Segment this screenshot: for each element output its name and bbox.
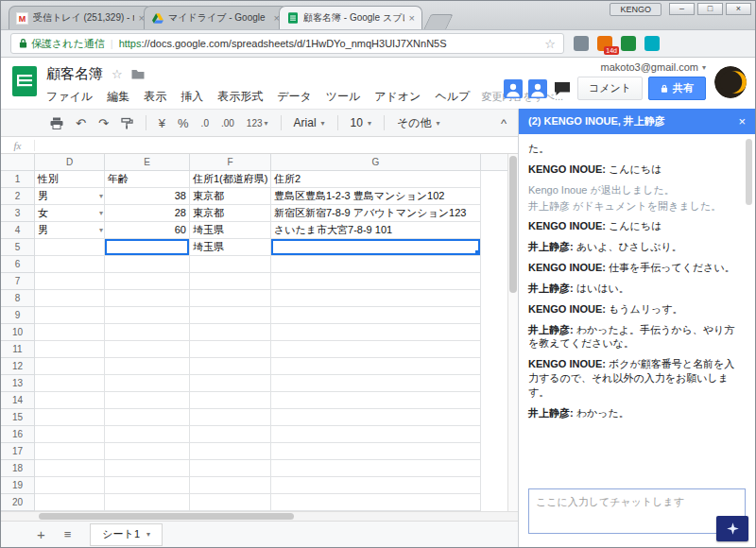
cell-D3[interactable]: 女▾ [35, 205, 105, 222]
cell-D13[interactable] [35, 375, 105, 392]
row-header-7[interactable]: 7 [1, 273, 35, 290]
cell-D17[interactable] [35, 443, 105, 460]
cell-D12[interactable] [35, 358, 105, 375]
address-bar[interactable]: 保護された通信 | https://docs.google.com/spread… [10, 33, 564, 54]
cell-G17[interactable] [271, 443, 481, 460]
comments-button[interactable]: コメント [577, 77, 643, 100]
cell-F15[interactable] [190, 409, 271, 426]
cell-F13[interactable] [190, 375, 271, 392]
explore-button[interactable] [716, 516, 748, 541]
row-header-15[interactable]: 15 [1, 409, 35, 426]
paint-format-button[interactable] [121, 117, 133, 129]
extension-icon-3[interactable] [621, 36, 636, 51]
cell-F19[interactable] [190, 477, 271, 494]
chat-scrollbar[interactable] [746, 139, 752, 205]
vertical-scroll-thumb[interactable] [509, 156, 517, 293]
document-title[interactable]: 顧客名簿 [46, 65, 103, 83]
cell-F16[interactable] [190, 426, 271, 443]
row-header-10[interactable]: 10 [1, 324, 35, 341]
sheet-tab[interactable]: シート1▾ [90, 523, 163, 546]
cell-F20[interactable] [190, 494, 271, 511]
cell-F9[interactable] [190, 307, 271, 324]
tab-close-icon[interactable]: × [409, 12, 415, 24]
cell-F3[interactable]: 東京都 [190, 205, 271, 222]
cell-G11[interactable] [271, 341, 481, 358]
collapse-toolbar-button[interactable]: ^ [501, 116, 507, 130]
cell-G16[interactable] [271, 426, 481, 443]
cell-E11[interactable] [105, 341, 190, 358]
column-header-F[interactable]: F [190, 154, 271, 171]
row-header-14[interactable]: 14 [1, 392, 35, 409]
cell-F2[interactable]: 東京都 [190, 188, 271, 205]
column-header-D[interactable]: D [35, 154, 105, 171]
cell-G18[interactable] [271, 460, 481, 477]
cell-E18[interactable] [105, 460, 190, 477]
cell-D11[interactable] [35, 341, 105, 358]
cell-dropdown-icon[interactable]: ▾ [99, 222, 103, 238]
cell-E20[interactable] [105, 494, 190, 511]
new-tab-button[interactable] [423, 14, 453, 29]
cell-dropdown-icon[interactable]: ▾ [99, 205, 103, 221]
cell-G10[interactable] [271, 324, 481, 341]
cell-F4[interactable]: 埼玉県 [190, 222, 271, 239]
cell-G19[interactable] [271, 477, 481, 494]
row-header-20[interactable]: 20 [1, 494, 35, 511]
cell-F17[interactable] [190, 443, 271, 460]
chat-toggle-icon[interactable] [553, 80, 572, 97]
row-header-6[interactable]: 6 [1, 256, 35, 273]
cell-E9[interactable] [105, 307, 190, 324]
formula-bar[interactable]: fx [1, 137, 518, 154]
row-header-5[interactable]: 5 [1, 239, 35, 256]
row-header-18[interactable]: 18 [1, 460, 35, 477]
cell-E1[interactable]: 年齢 [105, 171, 190, 188]
cell-F18[interactable] [190, 460, 271, 477]
move-folder-icon[interactable] [131, 69, 145, 79]
percent-format-button[interactable]: % [178, 116, 189, 130]
extension-icon-4[interactable] [644, 36, 660, 51]
close-button[interactable]: × [726, 3, 751, 15]
cell-F1[interactable]: 住所1(都道府県) [190, 171, 271, 188]
column-header-E[interactable]: E [105, 154, 190, 171]
cell-E15[interactable] [105, 409, 190, 426]
cell-D5[interactable] [35, 239, 105, 256]
collaborator-avatar[interactable] [504, 79, 523, 98]
currency-format-button[interactable]: ¥ [159, 116, 165, 130]
cell-G15[interactable] [271, 409, 481, 426]
row-header-19[interactable]: 19 [1, 477, 35, 494]
vertical-scrollbar[interactable] [507, 154, 518, 511]
profile-avatar[interactable] [714, 66, 747, 98]
cell-G14[interactable] [271, 392, 481, 409]
chat-input[interactable] [528, 488, 746, 534]
cell-E2[interactable]: 38 [105, 188, 190, 205]
menu-挿入[interactable]: 挿入 [180, 89, 203, 105]
cell-F7[interactable] [190, 273, 271, 290]
menu-表示形式[interactable]: 表示形式 [217, 89, 263, 105]
cell-G1[interactable]: 住所2 [271, 171, 481, 188]
font-select[interactable]: Arial▾ [294, 116, 325, 129]
more-formats-button[interactable]: 123▾ [247, 118, 268, 128]
account-email[interactable]: makoto3@gmail.com▾ [601, 61, 707, 73]
decrease-decimal-button[interactable]: .0 [201, 118, 209, 128]
minimize-button[interactable]: – [669, 3, 695, 15]
menu-アドオン[interactable]: アドオン [374, 89, 421, 105]
cell-G6[interactable] [271, 256, 481, 273]
cell-D16[interactable] [35, 426, 105, 443]
bookmark-star-icon[interactable]: ☆ [544, 37, 556, 51]
cell-E19[interactable] [105, 477, 190, 494]
cell-D7[interactable] [35, 273, 105, 290]
row-header-3[interactable]: 3 [1, 205, 35, 222]
cell-F12[interactable] [190, 358, 271, 375]
cell-E4[interactable]: 60 [105, 222, 190, 239]
cell-D15[interactable] [35, 409, 105, 426]
cell-E14[interactable] [105, 392, 190, 409]
print-button[interactable] [50, 117, 63, 129]
row-header-8[interactable]: 8 [1, 290, 35, 307]
menu-ツール[interactable]: ツール [326, 89, 361, 105]
cell-F6[interactable] [190, 256, 271, 273]
extension-icon-2[interactable]: 14d [597, 36, 612, 51]
menu-ファイル[interactable]: ファイル [46, 89, 93, 105]
cell-D1[interactable]: 性別 [35, 171, 105, 188]
menu-ヘルプ[interactable]: ヘルプ [435, 89, 470, 105]
browser-tab[interactable]: マイドライブ - Google ドライ × [144, 6, 287, 29]
cell-D14[interactable] [35, 392, 105, 409]
